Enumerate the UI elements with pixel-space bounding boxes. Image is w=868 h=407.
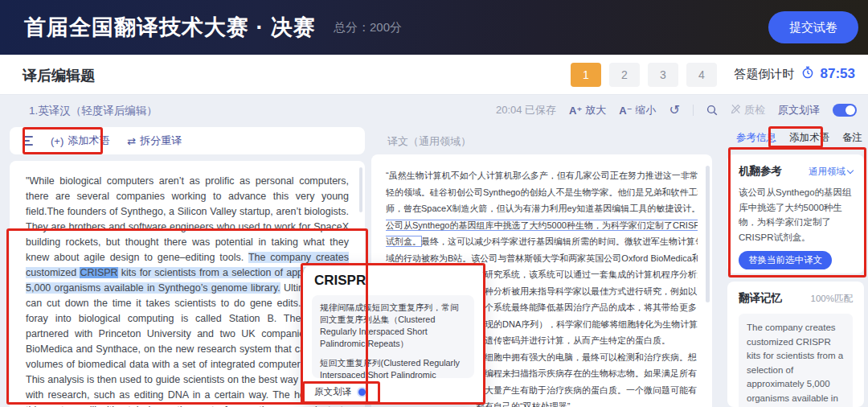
tm-entry[interactable]: The company creates customized CRISPR ki…	[739, 314, 853, 407]
app-header: 首届全国翻译技术大赛 · 决赛 总分：200分 提交试卷	[0, 0, 868, 55]
tm-source-text: The company creates customized CRISPR ki…	[747, 321, 845, 407]
toggle-knob	[845, 105, 855, 115]
mt-suggestion-text: 该公司从Synthego的基因组库中挑选了大约5000种生物，为科学家们定制了C…	[739, 185, 853, 245]
target-line: “虽然生物计算机不如个人计算机那么多产，但有几家公司正在努力推进这一非常年	[386, 167, 698, 184]
term-definition-popup: CRISPR 规律间隔成簇短回文重复序列，常间回文重复序列丛集（Clustere…	[303, 265, 483, 405]
question-number-2[interactable]: 2	[609, 63, 640, 87]
target-line: 公司从Synthego的基因组库中挑选了大约5000种生物，为科学家们定制了CR…	[386, 217, 698, 234]
source-highlight-toggle-label: 原文划译	[778, 103, 820, 117]
tm-title: 翻译记忆	[739, 291, 782, 306]
popup-source-highlight-toggle[interactable]	[357, 387, 367, 397]
plus-icon: (+)	[51, 135, 63, 147]
score-value: 200分	[370, 20, 402, 34]
search-icon[interactable]	[706, 105, 718, 116]
font-minus-icon: A⁻	[619, 105, 632, 117]
stopwatch-icon	[801, 66, 814, 82]
popup-definitions: 规律间隔成簇短回文重复序列，常间回文重复序列丛集（Clustered Regul…	[312, 295, 474, 378]
pencil-slash-icon	[731, 104, 741, 117]
countdown-time: 87:53	[821, 66, 855, 82]
split-retranslate-button[interactable]: ⇄拆分重译	[127, 134, 182, 148]
tab-notes[interactable]: 备注	[842, 131, 862, 145]
translation-memory-card: 翻译记忆 100%匹配 The company creates customiz…	[727, 282, 864, 407]
contest-title: 首届全国翻译技术大赛 · 决赛	[24, 13, 316, 42]
source-scrollbar[interactable]	[359, 167, 362, 212]
undo-icon[interactable]: ↺	[669, 105, 680, 116]
total-score: 总分：200分	[334, 20, 402, 35]
question-bar: 译后编辑题 1 2 3 4 答题倒计时 87:53	[0, 55, 868, 95]
font-plus-icon: A⁺	[569, 105, 582, 117]
source-text-post: Ultimately, this can cut down the time i…	[26, 282, 349, 407]
question-number-list: 1 2 3 4	[571, 63, 717, 87]
split-arrows-icon: ⇄	[127, 135, 136, 147]
reference-tabs: 参考信息 添加术语 备注	[736, 131, 862, 145]
chevron-down-icon	[847, 166, 854, 173]
submit-paper-button[interactable]: 提交试卷	[768, 11, 858, 43]
active-segment-middle: 公司从Synthego的基因组库中挑选了大约5000种生物，为科学家们定制了CR…	[386, 220, 698, 230]
page-title: 译后编辑题	[23, 66, 95, 85]
popup-toggle-label: 原文划译	[314, 386, 351, 398]
font-zoom-in-button[interactable]: A⁺放大	[569, 103, 606, 117]
tab-reference-info[interactable]: 参考信息	[736, 131, 776, 145]
source-text-pre: "While biological computers aren’t as pr…	[26, 175, 349, 263]
term-definition-1: 规律间隔成簇短回文重复序列，常间回文重复序列丛集（Clustered Regul…	[320, 302, 466, 350]
tm-match-rate: 100%匹配	[811, 293, 853, 305]
replace-translation-button[interactable]: 替换当前选中译文	[739, 251, 832, 269]
add-term-button[interactable]: (+)添加术语	[51, 134, 109, 148]
domain-dropdown[interactable]: 通用领域	[809, 166, 853, 178]
term-definition-2: 短回文重复序列(Clustered Regularly Interspaced …	[320, 357, 466, 378]
machine-translation-card: 机翻参考 通用领域 该公司从Synthego的基因组库中挑选了大约5000种生物…	[727, 154, 864, 273]
countdown-label: 答题倒计时	[735, 67, 795, 82]
mt-title: 机翻参考	[739, 164, 782, 179]
app-window: 首届全国翻译技术大赛 · 决赛 总分：200分 提交试卷 译后编辑题 1 2 3…	[0, 0, 868, 407]
popup-footer: 原文划译	[314, 386, 367, 398]
font-zoom-out-button[interactable]: A⁻缩小	[619, 103, 656, 117]
question-number-1[interactable]: 1	[571, 63, 601, 87]
source-text: "While biological computers aren’t as pr…	[26, 174, 349, 407]
question-number-4[interactable]: 4	[686, 63, 717, 87]
tab-add-term[interactable]: 添加术语	[789, 131, 829, 145]
target-line: 试剂盒。最终，这可以减少科学家进行基因编辑所需的时间。微软进军生物计算领	[386, 233, 698, 250]
target-line: 域的行动被称为B站。该公司与普林斯顿大学和两家英国公司Oxford BioMed…	[386, 250, 698, 267]
segment-menu-icon[interactable]	[23, 136, 33, 146]
target-scrollbar[interactable]	[706, 166, 710, 302]
target-line: 轻的领域。硅谷初创公司Synthego的创始人不是生物学家。他们是兄弟和软件工程	[386, 184, 698, 201]
qa-check-button[interactable]: 质检	[731, 103, 765, 117]
autosave-status: 20:04 已保存	[496, 103, 556, 117]
active-segment-end: 试剂盒。	[386, 236, 421, 246]
countdown: 答题倒计时 87:53	[735, 66, 855, 82]
selected-term[interactable]: CRISPR	[80, 267, 117, 278]
toolbar-divider	[693, 105, 694, 116]
popup-term-title: CRISPR	[314, 273, 366, 289]
question-type-label: 1.英译汉（轻度译后编辑）	[29, 104, 158, 118]
score-label: 总分：	[334, 20, 370, 34]
target-line: 师，曾在SpaceX制造火箭，但认为有潜力利用ey知道基因编辑工具的敏捷设计。该	[386, 200, 698, 217]
editor-toolbar: 20:04 已保存 A⁺放大 A⁻缩小 ↺ 质检 原文划译	[496, 100, 857, 121]
question-number-3[interactable]: 3	[648, 63, 678, 87]
source-highlight-toggle[interactable]	[833, 104, 857, 117]
target-panel-label: 译文（通用领域）	[387, 134, 471, 149]
source-toolbar: (+)添加术语 ⇄拆分重译	[10, 127, 365, 154]
